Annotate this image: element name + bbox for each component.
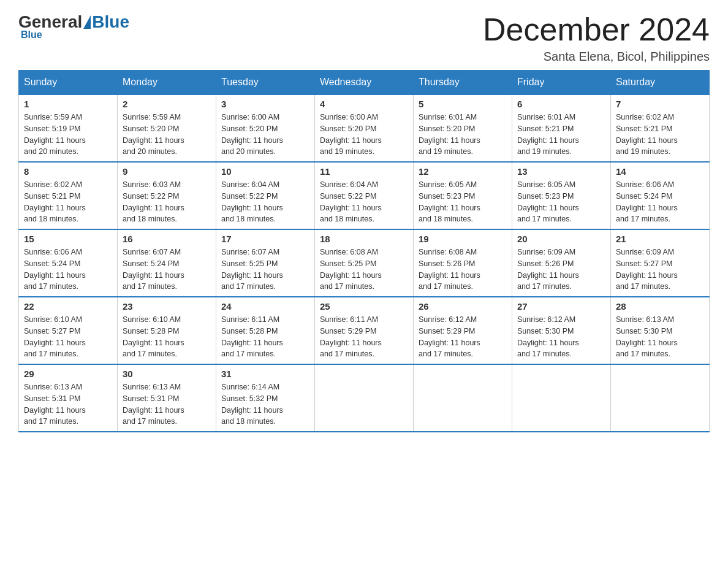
calendar-cell: 1Sunrise: 5:59 AMSunset: 5:19 PMDaylight…	[19, 94, 118, 162]
calendar-cell: 5Sunrise: 6:01 AMSunset: 5:20 PMDaylight…	[414, 94, 512, 162]
calendar-cell: 19Sunrise: 6:08 AMSunset: 5:26 PMDayligh…	[414, 229, 512, 297]
day-info: Sunrise: 6:10 AMSunset: 5:28 PMDaylight:…	[123, 314, 211, 360]
day-number: 15	[24, 234, 112, 244]
day-number: 7	[616, 99, 704, 109]
day-number: 22	[24, 301, 112, 312]
calendar-cell: 22Sunrise: 6:10 AMSunset: 5:27 PMDayligh…	[19, 297, 118, 364]
day-info: Sunrise: 6:12 AMSunset: 5:30 PMDaylight:…	[517, 314, 605, 360]
calendar-cell	[611, 364, 710, 432]
week-row-1: 1Sunrise: 5:59 AMSunset: 5:19 PMDaylight…	[19, 94, 710, 162]
day-number: 24	[221, 301, 309, 312]
calendar-cell: 28Sunrise: 6:13 AMSunset: 5:30 PMDayligh…	[611, 297, 710, 364]
header-day-wednesday: Wednesday	[315, 71, 414, 95]
calendar-cell: 29Sunrise: 6:13 AMSunset: 5:31 PMDayligh…	[19, 364, 118, 432]
day-info: Sunrise: 6:13 AMSunset: 5:31 PMDaylight:…	[24, 381, 112, 427]
logo-underline: Blue	[18, 29, 42, 40]
calendar-cell: 12Sunrise: 6:05 AMSunset: 5:23 PMDayligh…	[414, 162, 512, 229]
day-number: 13	[517, 166, 605, 177]
day-info: Sunrise: 6:00 AMSunset: 5:20 PMDaylight:…	[221, 112, 309, 158]
calendar-cell: 3Sunrise: 6:00 AMSunset: 5:20 PMDaylight…	[216, 94, 315, 162]
day-info: Sunrise: 6:09 AMSunset: 5:27 PMDaylight:…	[616, 247, 704, 293]
day-number: 26	[419, 301, 507, 312]
calendar-cell: 31Sunrise: 6:14 AMSunset: 5:32 PMDayligh…	[216, 364, 315, 432]
day-info: Sunrise: 6:07 AMSunset: 5:24 PMDaylight:…	[123, 247, 211, 293]
day-number: 1	[24, 99, 112, 109]
header-day-friday: Friday	[512, 71, 611, 95]
day-info: Sunrise: 5:59 AMSunset: 5:19 PMDaylight:…	[24, 112, 112, 158]
calendar-cell: 30Sunrise: 6:13 AMSunset: 5:31 PMDayligh…	[118, 364, 216, 432]
calendar-cell: 2Sunrise: 5:59 AMSunset: 5:20 PMDaylight…	[118, 94, 216, 162]
day-info: Sunrise: 6:07 AMSunset: 5:25 PMDaylight:…	[221, 247, 309, 293]
day-number: 14	[616, 166, 704, 177]
day-info: Sunrise: 6:12 AMSunset: 5:29 PMDaylight:…	[419, 314, 507, 360]
day-info: Sunrise: 6:13 AMSunset: 5:30 PMDaylight:…	[616, 314, 704, 360]
day-number: 30	[123, 369, 211, 379]
logo-triangle-icon	[83, 15, 91, 29]
week-row-5: 29Sunrise: 6:13 AMSunset: 5:31 PMDayligh…	[19, 364, 710, 432]
calendar-cell	[315, 364, 414, 432]
calendar-cell: 20Sunrise: 6:09 AMSunset: 5:26 PMDayligh…	[512, 229, 611, 297]
calendar-cell: 24Sunrise: 6:11 AMSunset: 5:28 PMDayligh…	[216, 297, 315, 364]
calendar-cell: 4Sunrise: 6:00 AMSunset: 5:20 PMDaylight…	[315, 94, 414, 162]
day-number: 29	[24, 369, 112, 379]
day-number: 3	[221, 99, 309, 109]
day-info: Sunrise: 6:10 AMSunset: 5:27 PMDaylight:…	[24, 314, 112, 360]
week-row-4: 22Sunrise: 6:10 AMSunset: 5:27 PMDayligh…	[19, 297, 710, 364]
calendar-cell: 11Sunrise: 6:04 AMSunset: 5:22 PMDayligh…	[315, 162, 414, 229]
day-number: 9	[123, 166, 211, 177]
calendar-body: 1Sunrise: 5:59 AMSunset: 5:19 PMDaylight…	[19, 94, 710, 432]
calendar-cell: 26Sunrise: 6:12 AMSunset: 5:29 PMDayligh…	[414, 297, 512, 364]
day-number: 25	[320, 301, 408, 312]
day-number: 31	[221, 369, 309, 379]
calendar-cell: 21Sunrise: 6:09 AMSunset: 5:27 PMDayligh…	[611, 229, 710, 297]
day-number: 8	[24, 166, 112, 177]
day-number: 6	[517, 99, 605, 109]
header-row: SundayMondayTuesdayWednesdayThursdayFrid…	[19, 71, 710, 95]
calendar-cell	[512, 364, 611, 432]
day-info: Sunrise: 6:01 AMSunset: 5:21 PMDaylight:…	[517, 112, 605, 158]
location-title: Santa Elena, Bicol, Philippines	[483, 50, 710, 64]
calendar-cell: 25Sunrise: 6:11 AMSunset: 5:29 PMDayligh…	[315, 297, 414, 364]
calendar-cell: 15Sunrise: 6:06 AMSunset: 5:24 PMDayligh…	[19, 229, 118, 297]
day-info: Sunrise: 6:13 AMSunset: 5:31 PMDaylight:…	[123, 381, 211, 427]
calendar-header: SundayMondayTuesdayWednesdayThursdayFrid…	[19, 71, 710, 95]
day-info: Sunrise: 6:04 AMSunset: 5:22 PMDaylight:…	[221, 179, 309, 225]
calendar-cell: 18Sunrise: 6:08 AMSunset: 5:25 PMDayligh…	[315, 229, 414, 297]
day-info: Sunrise: 6:14 AMSunset: 5:32 PMDaylight:…	[221, 381, 309, 427]
day-number: 19	[419, 234, 507, 244]
day-number: 20	[517, 234, 605, 244]
calendar-cell: 6Sunrise: 6:01 AMSunset: 5:21 PMDaylight…	[512, 94, 611, 162]
day-info: Sunrise: 6:11 AMSunset: 5:29 PMDaylight:…	[320, 314, 408, 360]
week-row-2: 8Sunrise: 6:02 AMSunset: 5:21 PMDaylight…	[19, 162, 710, 229]
calendar-cell: 7Sunrise: 6:02 AMSunset: 5:21 PMDaylight…	[611, 94, 710, 162]
header-day-tuesday: Tuesday	[216, 71, 315, 95]
day-info: Sunrise: 6:05 AMSunset: 5:23 PMDaylight:…	[517, 179, 605, 225]
week-row-3: 15Sunrise: 6:06 AMSunset: 5:24 PMDayligh…	[19, 229, 710, 297]
day-info: Sunrise: 6:01 AMSunset: 5:20 PMDaylight:…	[419, 112, 507, 158]
day-number: 12	[419, 166, 507, 177]
day-info: Sunrise: 6:09 AMSunset: 5:26 PMDaylight:…	[517, 247, 605, 293]
day-info: Sunrise: 6:03 AMSunset: 5:22 PMDaylight:…	[123, 179, 211, 225]
day-info: Sunrise: 6:04 AMSunset: 5:22 PMDaylight:…	[320, 179, 408, 225]
logo-blue-text: Blue	[92, 12, 129, 32]
day-number: 21	[616, 234, 704, 244]
title-section: December 2024 Santa Elena, Bicol, Philip…	[483, 12, 710, 64]
calendar-cell: 8Sunrise: 6:02 AMSunset: 5:21 PMDaylight…	[19, 162, 118, 229]
calendar-table: SundayMondayTuesdayWednesdayThursdayFrid…	[18, 70, 710, 432]
calendar-cell: 16Sunrise: 6:07 AMSunset: 5:24 PMDayligh…	[118, 229, 216, 297]
day-number: 2	[123, 99, 211, 109]
day-number: 16	[123, 234, 211, 244]
calendar-cell	[414, 364, 512, 432]
header-day-sunday: Sunday	[19, 71, 118, 95]
logo: General Blue Blue	[18, 12, 129, 40]
header-day-thursday: Thursday	[414, 71, 512, 95]
day-number: 4	[320, 99, 408, 109]
day-number: 5	[419, 99, 507, 109]
header-day-saturday: Saturday	[611, 71, 710, 95]
day-info: Sunrise: 6:02 AMSunset: 5:21 PMDaylight:…	[616, 112, 704, 158]
day-info: Sunrise: 6:02 AMSunset: 5:21 PMDaylight:…	[24, 179, 112, 225]
day-info: Sunrise: 6:05 AMSunset: 5:23 PMDaylight:…	[419, 179, 507, 225]
day-number: 27	[517, 301, 605, 312]
month-title: December 2024	[483, 12, 710, 47]
calendar-cell: 23Sunrise: 6:10 AMSunset: 5:28 PMDayligh…	[118, 297, 216, 364]
